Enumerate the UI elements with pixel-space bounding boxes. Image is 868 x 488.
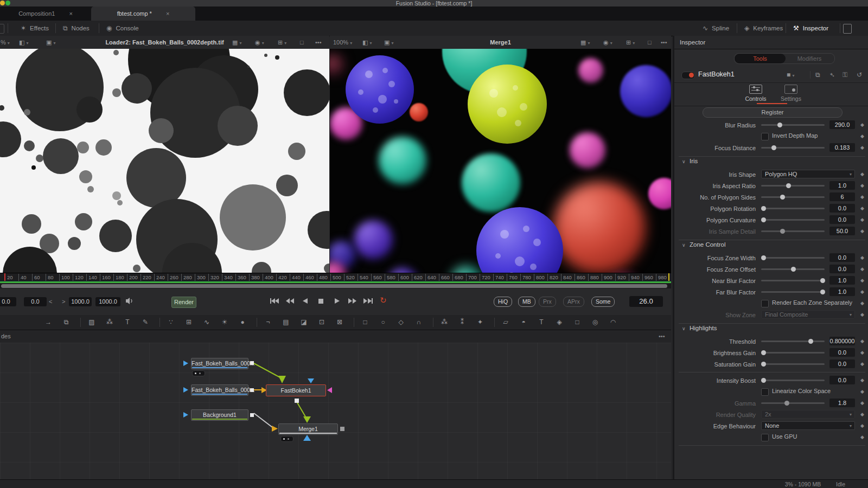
- tool-icon-ellipse-mask[interactable]: ○: [377, 317, 389, 328]
- keyframe-icon[interactable]: ◆: [860, 389, 864, 395]
- value-field[interactable]: 0.0: [829, 215, 855, 224]
- slider-thumb[interactable]: [820, 278, 825, 283]
- slider-thumb[interactable]: [761, 255, 766, 260]
- node-thumbnail-dots[interactable]: [192, 370, 205, 376]
- dropdown[interactable]: Final Composite▾: [761, 310, 855, 319]
- tool-icon-macro[interactable]: ⧉: [60, 317, 72, 328]
- checkbox[interactable]: [761, 300, 769, 307]
- keyframe-icon[interactable]: ◆: [860, 278, 864, 284]
- stop-button[interactable]: [316, 298, 327, 305]
- toolbar-button-nodes[interactable]: ⧉Nodes: [63, 21, 90, 36]
- checkbox[interactable]: [761, 133, 769, 140]
- timeline-scrollbar-thumb[interactable]: [1, 284, 667, 288]
- tool-icon-cornerpositioner[interactable]: ¬: [262, 317, 274, 328]
- keyframe-icon[interactable]: ◆: [860, 133, 864, 139]
- modifiers-tab[interactable]: Modifiers: [786, 54, 833, 63]
- slider-track[interactable]: [761, 402, 825, 404]
- color-controls-icon[interactable]: ◉ ▾: [603, 38, 612, 48]
- node-merge1[interactable]: Merge1: [278, 423, 338, 435]
- timeline-scrollbar[interactable]: [0, 284, 671, 288]
- slider-track[interactable]: [761, 230, 825, 232]
- slider-track[interactable]: [761, 280, 825, 281]
- slider-track[interactable]: [761, 291, 825, 293]
- slider-track[interactable]: [761, 219, 825, 221]
- tool-icon-pemitter[interactable]: ⁂: [438, 317, 450, 328]
- tool-icon-text3d[interactable]: T: [535, 317, 547, 328]
- value-field[interactable]: 0.0: [829, 253, 855, 262]
- keyframe-icon[interactable]: ◆: [860, 423, 864, 429]
- tools-tab[interactable]: Tools: [735, 54, 786, 63]
- viewer-options-icon[interactable]: •••: [661, 38, 667, 47]
- slider-track[interactable]: [761, 341, 825, 342]
- tool-icon-pspawn[interactable]: ⁑: [456, 317, 468, 328]
- rewind-button[interactable]: [285, 298, 296, 305]
- value-field[interactable]: 50.0: [829, 227, 855, 235]
- timeline-ruler[interactable]: 2040608010012014016018020022024026028030…: [0, 273, 671, 281]
- keyframe-icon[interactable]: ◆: [860, 228, 864, 234]
- value-field[interactable]: 1.8: [829, 399, 855, 407]
- copy-icon[interactable]: ⧉: [815, 71, 820, 79]
- lock-icon[interactable]: ⚿: [843, 71, 847, 79]
- slider-track[interactable]: [761, 363, 825, 365]
- lut-icon[interactable]: ▦ ▾: [580, 38, 590, 48]
- keyframe-icon[interactable]: ◆: [860, 434, 864, 440]
- tool-icon-cube3d[interactable]: □: [571, 317, 583, 328]
- playhead[interactable]: [4, 273, 5, 281]
- toolbar-button-console[interactable]: ◉Console: [106, 21, 139, 36]
- checkbox[interactable]: [761, 388, 769, 396]
- value-field[interactable]: 0.0: [829, 265, 855, 273]
- node-loader2[interactable]: Fast_Bokeh_Balls_000...: [191, 384, 248, 396]
- value-field[interactable]: 1.0: [829, 287, 855, 296]
- reset-icon[interactable]: ↺: [857, 71, 862, 79]
- grid-icon[interactable]: ⊞ ▾: [278, 38, 286, 48]
- audio-icon[interactable]: [125, 297, 134, 305]
- keyframe-icon[interactable]: ◆: [860, 289, 864, 295]
- value-field[interactable]: 0.0: [829, 376, 855, 384]
- global-start-field[interactable]: 0.0: [0, 297, 16, 306]
- slider-track[interactable]: [761, 124, 825, 126]
- keyframe-icon[interactable]: ◆: [860, 145, 864, 151]
- grid-icon[interactable]: ⊞ ▾: [626, 38, 635, 48]
- keyframe-icon[interactable]: ◆: [860, 312, 864, 318]
- global-end-field[interactable]: 1000.0: [95, 297, 120, 306]
- left-viewer-depth-image[interactable]: [0, 49, 329, 273]
- dropdown[interactable]: None▾: [761, 421, 855, 430]
- tool-icon-merge3d[interactable]: ◈: [553, 317, 565, 328]
- tool-icon-fastnoise[interactable]: ⁂: [104, 317, 116, 328]
- fast-forward-button[interactable]: [348, 298, 359, 305]
- slider-thumb[interactable]: [780, 195, 785, 200]
- composition-tab[interactable]: fbtest.comp *×: [91, 7, 195, 21]
- tool-icon-io[interactable]: →: [42, 317, 54, 328]
- composition-tab[interactable]: Composition1×: [0, 7, 91, 21]
- slider-thumb[interactable]: [771, 145, 776, 150]
- chip-aprx[interactable]: APrx: [563, 297, 584, 307]
- slider-thumb[interactable]: [820, 290, 825, 294]
- chip-hiq[interactable]: HiQ: [494, 297, 512, 307]
- value-field[interactable]: 0.0: [829, 348, 855, 357]
- tab-close-icon[interactable]: ×: [166, 10, 169, 17]
- slider-thumb[interactable]: [761, 362, 766, 367]
- value-field[interactable]: 290.0: [829, 120, 855, 129]
- node-color-swatch[interactable]: ■ ▾: [787, 71, 795, 79]
- keyframe-icon[interactable]: ◆: [860, 122, 864, 128]
- slider-track[interactable]: [761, 196, 825, 198]
- roi-icon[interactable]: □: [300, 38, 304, 47]
- roi-icon[interactable]: □: [648, 38, 652, 47]
- keyframe-icon[interactable]: ◆: [860, 412, 864, 418]
- keyframe-icon[interactable]: ◆: [860, 338, 864, 344]
- slider-thumb[interactable]: [761, 217, 766, 222]
- tool-icon-particles[interactable]: ∵: [165, 317, 177, 328]
- tool-icon-renderer3d[interactable]: ◠: [607, 317, 619, 328]
- toolbar-button-keyframes[interactable]: ◈Keyframes: [744, 21, 783, 36]
- section-iris[interactable]: ∨Iris: [674, 153, 868, 169]
- tool-icon-imageplane3d[interactable]: ▱: [500, 317, 512, 328]
- tab-close-icon[interactable]: ×: [69, 10, 72, 17]
- keyframe-icon[interactable]: ◆: [860, 206, 864, 211]
- keyframe-icon[interactable]: ◆: [860, 194, 864, 200]
- tool-icon-merge[interactable]: ▤: [280, 317, 292, 328]
- tool-icon-colorcorrector[interactable]: ☀: [219, 317, 231, 328]
- render-start-field[interactable]: 0.0: [24, 297, 47, 306]
- dropdown[interactable]: Polygon HQ▾: [761, 170, 855, 178]
- tab-settings[interactable]: Settings: [775, 85, 807, 102]
- slider-track[interactable]: [761, 257, 825, 259]
